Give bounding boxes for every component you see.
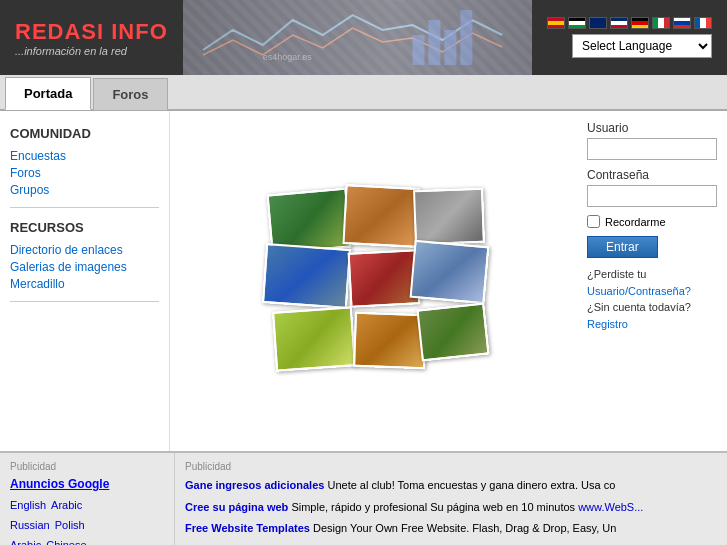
header-controls: Select Language English Spanish French G… — [532, 7, 727, 68]
remember-checkbox[interactable] — [587, 215, 600, 228]
login-help: ¿Perdiste tu Usuario/Contraseña? ¿Sin cu… — [587, 266, 717, 332]
ad-line-3: Free Website Templates Design Your Own F… — [185, 520, 717, 538]
ad-link-webs[interactable]: www.WebS... — [578, 501, 643, 513]
entrar-button[interactable]: Entrar — [587, 236, 658, 258]
svg-rect-2 — [428, 20, 440, 65]
usuario-label: Usuario — [587, 121, 717, 135]
header-image: es4hogar.es — [183, 0, 532, 75]
ad-text-3: Design Your Own Free Website. Flash, Dra… — [313, 522, 616, 534]
link-foros[interactable]: Foros — [10, 166, 41, 180]
comunidad-links: Encuestas Foros Grupos — [10, 149, 159, 197]
ad-link-cree[interactable]: Cree su página web — [185, 501, 288, 513]
usuario-input[interactable] — [587, 138, 717, 160]
pub-label-right: Publicidad — [185, 461, 717, 472]
flag-italy[interactable] — [652, 17, 670, 29]
photo-7 — [272, 306, 356, 371]
bottom-section: Publicidad Anuncios Google English Arabi… — [0, 451, 727, 545]
svg-rect-3 — [444, 30, 456, 65]
lost-password-link[interactable]: Usuario/Contraseña? — [587, 285, 691, 297]
tab-portada[interactable]: Portada — [5, 77, 91, 110]
header-background: es4hogar.es — [183, 0, 532, 75]
recursos-title: RECURSOS — [10, 220, 159, 235]
link-encuestas[interactable]: Encuestas — [10, 149, 66, 163]
ads-right: Publicidad Gane ingresos adicionales Une… — [175, 453, 727, 545]
tab-foros[interactable]: Foros — [93, 78, 167, 110]
contrasena-input[interactable] — [587, 185, 717, 207]
google-ads-title[interactable]: Anuncios Google — [10, 477, 164, 491]
no-account-text: ¿Sin cuenta todavía? — [587, 301, 691, 313]
flag-4[interactable] — [610, 17, 628, 29]
site-header: REDASI INFO ...información en la red es4… — [0, 0, 727, 75]
remember-row: Recordarme — [587, 215, 717, 228]
svg-rect-1 — [412, 35, 424, 65]
ad-link-russian[interactable]: Russian — [10, 516, 50, 536]
ad-link-chinese[interactable]: Chinese — [46, 536, 86, 545]
ad-link-arabic[interactable]: Arabic — [51, 496, 82, 516]
ad-text-2: Simple, rápido y profesional Su página w… — [291, 501, 578, 513]
ad-text-1: Unete al club! Toma encuestas y gana din… — [327, 479, 615, 491]
ads-left: Publicidad Anuncios Google English Arabi… — [0, 453, 175, 545]
contrasena-label: Contraseña — [587, 168, 717, 182]
photo-8 — [353, 312, 427, 369]
flag-germany[interactable] — [631, 17, 649, 29]
ad-text-block: Gane ingresos adicionales Unete al club!… — [185, 477, 717, 538]
photo-5 — [347, 249, 420, 308]
ad-line-1: Gane ingresos adicionales Unete al club!… — [185, 477, 717, 495]
ad-line-2: Cree su página web Simple, rápido y prof… — [185, 499, 717, 517]
flag-russia[interactable] — [673, 17, 691, 29]
ad-link-english[interactable]: English — [10, 496, 46, 516]
ad-link-templates[interactable]: Free Website Templates — [185, 522, 310, 534]
photo-collage — [264, 181, 484, 381]
ad-link-pair-1: English Arabic — [10, 496, 164, 516]
photo-3 — [413, 188, 485, 245]
svg-rect-0 — [183, 0, 532, 75]
comunidad-title: COMUNIDAD — [10, 126, 159, 141]
remember-label: Recordarme — [605, 216, 666, 228]
sidebar: COMUNIDAD Encuestas Foros Grupos RECURSO… — [0, 111, 170, 451]
sidebar-divider-2 — [10, 301, 159, 302]
language-selector-wrapper[interactable]: Select Language English Spanish French G… — [572, 34, 712, 58]
svg-text:es4hogar.es: es4hogar.es — [263, 52, 312, 62]
ad-link-pair-2: Russian Polish — [10, 516, 164, 536]
site-title: REDASI INFO — [15, 19, 168, 45]
flag-france[interactable] — [694, 17, 712, 29]
svg-rect-4 — [460, 10, 472, 65]
ad-link-pair-3: Arabic Chinese — [10, 536, 164, 545]
photo-4 — [262, 243, 351, 309]
flag-english[interactable] — [589, 17, 607, 29]
link-mercadillo[interactable]: Mercadillo — [10, 277, 65, 291]
language-select[interactable]: Select Language English Spanish French G… — [572, 34, 712, 58]
sidebar-divider-1 — [10, 207, 159, 208]
header-branding: REDASI INFO ...información en la red — [0, 9, 183, 67]
link-galerias[interactable]: Galerias de imagenes — [10, 260, 127, 274]
site-tagline: ...información en la red — [15, 45, 168, 57]
photo-content — [170, 111, 577, 451]
ad-links-list: English Arabic Russian Polish Arabic Chi… — [10, 496, 164, 545]
pub-label-left: Publicidad — [10, 461, 164, 472]
recursos-links: Directorio de enlaces Galerias de imagen… — [10, 243, 159, 291]
photo-9 — [416, 303, 489, 362]
link-directorio[interactable]: Directorio de enlaces — [10, 243, 123, 257]
lost-password-text: ¿Perdiste tu — [587, 268, 646, 280]
flag-spain[interactable] — [547, 17, 565, 29]
flag-arabic[interactable] — [568, 17, 586, 29]
register-link[interactable]: Registro — [587, 318, 628, 330]
photo-2 — [342, 184, 420, 248]
login-box: Usuario Contraseña Recordarme Entrar ¿Pe… — [577, 111, 727, 451]
photo-6 — [409, 240, 489, 304]
main-content: COMUNIDAD Encuestas Foros Grupos RECURSO… — [0, 111, 727, 451]
flag-icons — [547, 17, 712, 29]
ad-link-arabic2[interactable]: Arabic — [10, 536, 41, 545]
ad-link-polish[interactable]: Polish — [55, 516, 85, 536]
link-grupos[interactable]: Grupos — [10, 183, 49, 197]
nav-tabs: Portada Foros — [0, 75, 727, 111]
ad-link-ingresos[interactable]: Gane ingresos adicionales — [185, 479, 324, 491]
